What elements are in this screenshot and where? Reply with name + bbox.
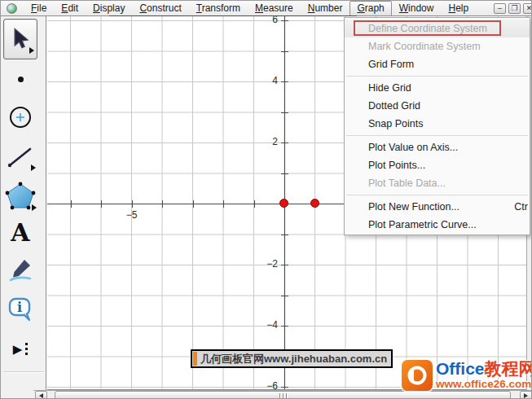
- y-axis-tick: [281, 296, 288, 296]
- info-bubble-icon: i: [7, 297, 33, 322]
- vertical-dots-icon: [25, 341, 28, 356]
- plotted-point[interactable]: [279, 199, 288, 208]
- selection-arrow-tool[interactable]: [3, 19, 37, 59]
- menu-construct[interactable]: Construct: [132, 1, 188, 16]
- horizontal-scroll-thumb[interactable]: [55, 391, 511, 399]
- menu-graph[interactable]: Graph: [350, 1, 391, 16]
- menu-item-plot-table-data: Plot Table Data...: [345, 174, 530, 192]
- menu-edit[interactable]: Edit: [54, 1, 86, 16]
- red-annotation-box: [354, 20, 501, 36]
- menu-item-plot-points[interactable]: Plot Points...: [345, 156, 530, 174]
- menu-file[interactable]: File: [24, 1, 54, 16]
- thumb-grip-icon: [278, 393, 288, 398]
- watermark-banner: 几何画板官网www.jihehuaban.com.cn: [191, 349, 393, 368]
- information-tool[interactable]: i: [2, 296, 38, 322]
- y-axis-label: 4: [257, 75, 278, 86]
- compass-tool[interactable]: [2, 106, 38, 129]
- y-axis-tick: [281, 387, 288, 388]
- circle-icon: [9, 106, 32, 129]
- logo-url: www.office26.com: [436, 379, 532, 390]
- app-icon: [7, 3, 17, 14]
- menu-separator: [346, 195, 528, 195]
- menu-item-plot-new-function[interactable]: Plot New Function...Ctr: [345, 198, 530, 216]
- tool-palette: A i ▶: [1, 16, 46, 399]
- watermark-text: 几何画板官网www.jihehuaban.com.cn: [200, 352, 387, 366]
- menu-number[interactable]: Number: [301, 1, 350, 16]
- y-axis-tick: [281, 326, 288, 327]
- menu-item-plot-value-on-axis[interactable]: Plot Value on Axis...: [345, 138, 530, 156]
- logo-title: Office教程网: [436, 360, 532, 377]
- point-icon: [18, 77, 24, 82]
- scroll-left-button[interactable]: [35, 391, 47, 399]
- y-axis-tick: [281, 142, 288, 143]
- arrow-cursor-icon: [10, 27, 31, 51]
- straightedge-tool[interactable]: [2, 145, 38, 169]
- x-axis-tick: [193, 200, 194, 208]
- x-axis-tick: [223, 200, 224, 208]
- x-axis-label: −5: [121, 209, 143, 221]
- x-axis-tick: [71, 200, 72, 208]
- flyout-arrow-icon: [29, 47, 34, 54]
- menu-measure[interactable]: Measure: [248, 1, 301, 16]
- marker-tool[interactable]: [2, 257, 38, 283]
- y-axis-tick: [281, 173, 288, 174]
- segment-icon: [7, 146, 34, 169]
- menu-item-mark-coordinate-system: Mark Coordinate System: [345, 37, 530, 55]
- menu-item-hide-grid[interactable]: Hide Grid: [345, 79, 530, 97]
- menu-transform[interactable]: Transform: [189, 1, 248, 16]
- minimize-button[interactable]: –: [494, 3, 506, 14]
- svg-text:i: i: [17, 300, 22, 315]
- custom-tool[interactable]: ▶: [2, 337, 38, 360]
- menu-help[interactable]: Help: [441, 1, 476, 16]
- menu-bar: FileEditDisplayConstructTransformMeasure…: [1, 1, 532, 16]
- polygon-tool[interactable]: [2, 182, 38, 211]
- restore-button[interactable]: ❐: [508, 3, 521, 14]
- text-tool-icon: A: [11, 221, 29, 245]
- left-arrow-icon: [39, 393, 43, 398]
- menu-item-snap-points[interactable]: Snap Points: [345, 115, 530, 133]
- y-axis-tick: [281, 265, 288, 265]
- play-triangle-icon: ▶: [13, 343, 23, 355]
- menu-item-define-coordinate-system: Define Coordinate System: [345, 20, 530, 37]
- plotted-point[interactable]: [310, 199, 319, 208]
- office-tutorial-logo: Office教程网 www.office26.com: [402, 360, 532, 391]
- x-axis-tick: [162, 200, 163, 208]
- text-tool[interactable]: A: [2, 220, 38, 246]
- scroll-right-button[interactable]: [520, 391, 532, 399]
- x-axis-tick: [254, 200, 255, 208]
- office-logo-icon: [402, 360, 433, 391]
- menu-separator: [346, 135, 528, 136]
- y-axis-label: −2: [257, 258, 278, 270]
- right-arrow-icon: [524, 393, 528, 398]
- y-axis-tick: [281, 112, 288, 113]
- y-axis-label: −4: [257, 319, 278, 331]
- menu-separator: [346, 76, 528, 77]
- marker-icon: [7, 257, 33, 283]
- menu-shortcut: Ctr: [514, 198, 528, 216]
- graph-dropdown-menu: Define Coordinate SystemMark Coordinate …: [344, 17, 530, 235]
- y-axis-tick: [281, 235, 288, 235]
- document-top-edge: [109, 15, 357, 16]
- horizontal-scrollbar[interactable]: [33, 390, 532, 399]
- y-axis-tick: [281, 20, 288, 21]
- menu-item-plot-parametric-curve[interactable]: Plot Parametric Curve...: [345, 216, 530, 234]
- close-button[interactable]: ✕: [523, 3, 532, 14]
- menu-item-grid-form[interactable]: Grid Form: [345, 55, 530, 73]
- y-axis-label: 2: [257, 136, 278, 147]
- toolbar-separator: [3, 371, 44, 372]
- flyout-arrow-icon: [32, 204, 37, 211]
- flyout-arrow-icon: [31, 164, 36, 171]
- x-axis-tick: [101, 200, 102, 208]
- y-axis-tick: [281, 51, 288, 52]
- watermark-accent-bar: [193, 352, 197, 366]
- y-axis-tick: [281, 81, 288, 82]
- menu-window[interactable]: Window: [392, 1, 442, 16]
- menu-display[interactable]: Display: [86, 1, 132, 16]
- x-axis-tick: [132, 200, 133, 208]
- point-tool[interactable]: [2, 73, 38, 85]
- app-window: FileEditDisplayConstructTransformMeasure…: [0, 0, 532, 399]
- menu-item-dotted-grid[interactable]: Dotted Grid: [345, 97, 530, 115]
